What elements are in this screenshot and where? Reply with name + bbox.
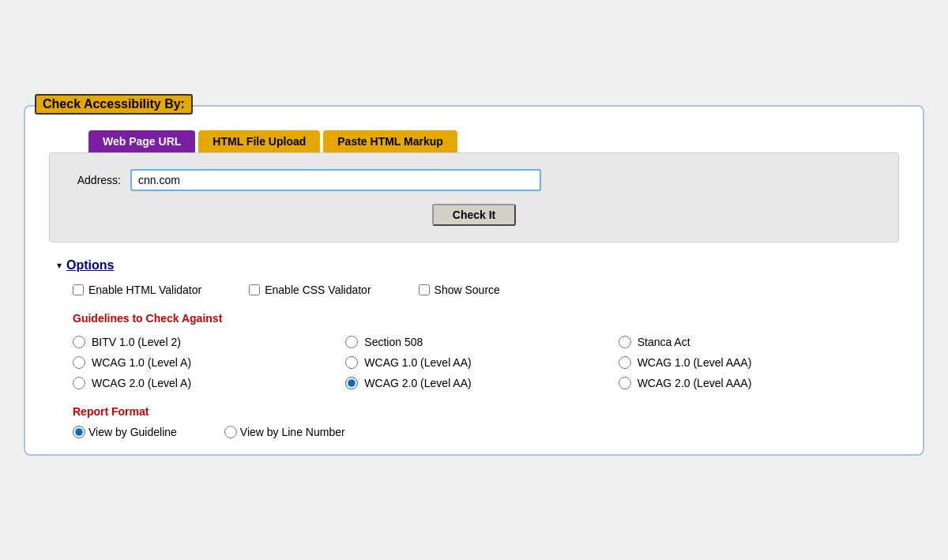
checkbox-enable-html-validator[interactable]: Enable HTML Validator — [73, 284, 201, 296]
wcag-2-level-aa-radio[interactable] — [345, 377, 358, 389]
view-by-line-number-radio[interactable] — [224, 426, 237, 438]
report-radio-view-by-line-number[interactable]: View by Line Number — [224, 426, 345, 438]
view-by-guideline-label: View by Guideline — [88, 426, 177, 438]
enable-html-validator-checkbox[interactable] — [73, 284, 84, 295]
wcag-2-level-a-radio[interactable] — [73, 377, 85, 389]
wcag-1-level-aa-radio[interactable] — [345, 356, 358, 369]
checkbox-enable-css-validator[interactable]: Enable CSS Validator — [249, 284, 371, 296]
address-input[interactable] — [130, 169, 541, 191]
wcag-1-level-a-radio[interactable] — [73, 356, 85, 369]
check-it-button[interactable]: Check It — [432, 204, 516, 226]
view-by-line-number-label: View by Line Number — [240, 426, 345, 438]
wcag-1-level-a-label: WCAG 1.0 (Level A) — [92, 356, 191, 369]
show-source-label: Show Source — [434, 284, 500, 296]
wcag-1-level-aaa-radio[interactable] — [619, 356, 631, 369]
address-label: Address: — [73, 174, 121, 186]
radio-wcag-1-level-a[interactable]: WCAG 1.0 (Level A) — [73, 356, 345, 369]
bitv-1-level-2-label: BITV 1.0 (Level 2) — [92, 336, 181, 348]
checkbox-show-source[interactable]: Show Source — [419, 284, 500, 296]
wcag-2-level-aaa-radio[interactable] — [619, 377, 631, 389]
enable-css-validator-checkbox[interactable] — [249, 284, 260, 295]
wcag-2-level-aaa-label: WCAG 2.0 (Level AAA) — [638, 377, 752, 389]
show-source-checkbox[interactable] — [419, 284, 430, 295]
wcag-2-level-aa-label: WCAG 2.0 (Level AA) — [364, 377, 471, 389]
options-header: ▾ Options — [57, 258, 891, 272]
check-it-row: Check It — [73, 204, 875, 226]
guidelines-radio-grid: BITV 1.0 (Level 2) Section 508 Stanca Ac… — [57, 336, 891, 389]
bitv-1-level-2-radio[interactable] — [73, 336, 85, 348]
report-radio-row: View by Guideline View by Line Number — [57, 426, 891, 438]
report-format-title: Report Format — [57, 405, 891, 418]
content-area: Web Page URL HTML File Upload Paste HTML… — [25, 107, 923, 454]
address-row: Address: — [73, 169, 875, 191]
radio-section-508[interactable]: Section 508 — [345, 336, 618, 348]
radio-wcag-1-level-aaa[interactable]: WCAG 1.0 (Level AAA) — [619, 356, 891, 369]
tabs-row: Web Page URL HTML File Upload Paste HTML… — [49, 130, 899, 152]
section-508-radio[interactable] — [345, 336, 358, 348]
enable-html-validator-label: Enable HTML Validator — [88, 284, 201, 296]
page-title: Check Accessibility By: — [35, 94, 193, 115]
radio-stanca-act[interactable]: Stanca Act — [619, 336, 891, 348]
radio-bitv-1-level-2[interactable]: BITV 1.0 (Level 2) — [73, 336, 345, 348]
options-section: ▾ Options Enable HTML Validator Enable C… — [49, 258, 899, 438]
tab-web-page-url[interactable]: Web Page URL — [88, 130, 195, 152]
url-input-panel: Address: Check It — [49, 152, 899, 242]
wcag-1-level-aaa-label: WCAG 1.0 (Level AAA) — [638, 356, 752, 369]
main-container: Check Accessibility By: Web Page URL HTM… — [24, 105, 924, 456]
options-title[interactable]: Options — [66, 258, 114, 272]
radio-wcag-1-level-aa[interactable]: WCAG 1.0 (Level AA) — [345, 356, 618, 369]
guidelines-title: Guidelines to Check Against — [57, 312, 891, 325]
report-radio-view-by-guideline[interactable]: View by Guideline — [73, 426, 177, 438]
tab-paste-html-markup[interactable]: Paste HTML Markup — [323, 130, 457, 152]
options-arrow-icon[interactable]: ▾ — [57, 260, 62, 271]
section-508-label: Section 508 — [364, 336, 423, 348]
wcag-2-level-a-label: WCAG 2.0 (Level A) — [92, 377, 191, 389]
stanca-act-label: Stanca Act — [638, 336, 690, 348]
radio-wcag-2-level-aa[interactable]: WCAG 2.0 (Level AA) — [345, 377, 618, 389]
wcag-1-level-aa-label: WCAG 1.0 (Level AA) — [364, 356, 471, 369]
tab-html-file-upload[interactable]: HTML File Upload — [198, 130, 320, 152]
radio-wcag-2-level-aaa[interactable]: WCAG 2.0 (Level AAA) — [619, 377, 891, 389]
enable-css-validator-label: Enable CSS Validator — [265, 284, 371, 296]
stanca-act-radio[interactable] — [619, 336, 631, 348]
checkboxes-row: Enable HTML Validator Enable CSS Validat… — [57, 284, 891, 296]
view-by-guideline-radio[interactable] — [73, 426, 85, 438]
radio-wcag-2-level-a[interactable]: WCAG 2.0 (Level A) — [73, 377, 345, 389]
